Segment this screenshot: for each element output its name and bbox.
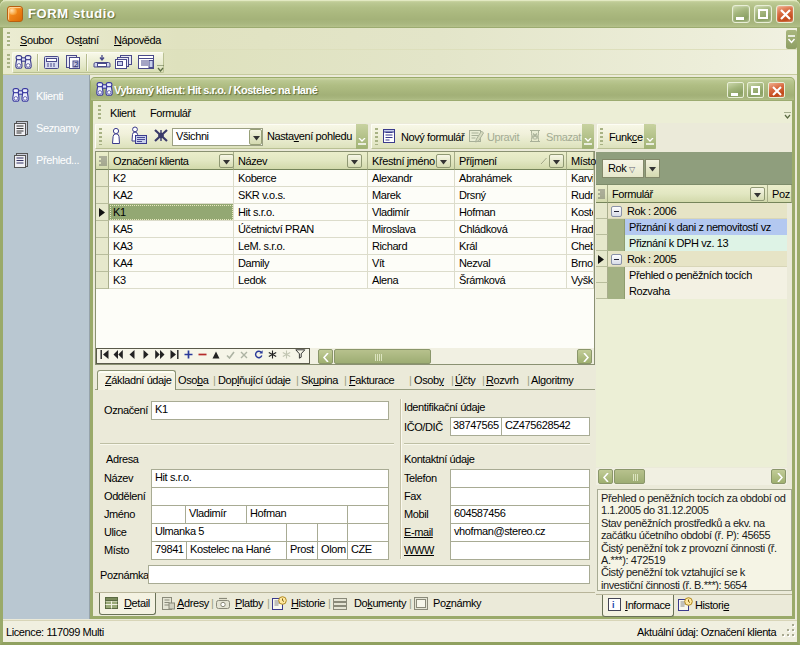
svg-text:2: 2	[74, 61, 78, 68]
svg-text:i: i	[612, 600, 614, 610]
